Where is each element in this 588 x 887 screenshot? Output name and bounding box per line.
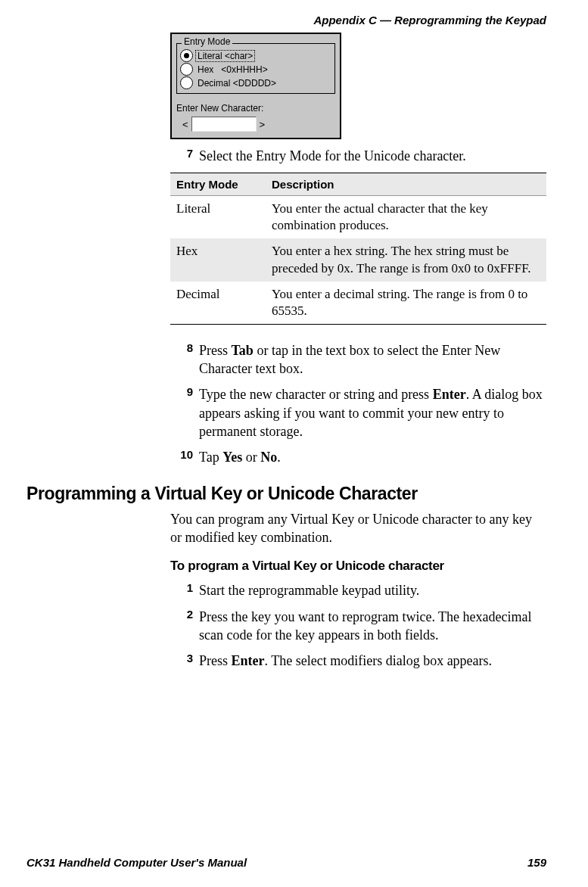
table-header-mode: Entry Mode (170, 173, 266, 196)
table-row: Hex You enter a hex string. The hex stri… (170, 238, 546, 281)
entry-mode-dialog: Entry Mode Literal <char> Hex <0xHHHH> D… (170, 33, 341, 139)
table-cell-mode: Literal (170, 196, 266, 239)
step-8: 8 Press Tab or tap in the text box to se… (170, 341, 546, 378)
step-text: Tap Yes or No. (199, 448, 546, 466)
radio-hex-text: Hex (198, 64, 213, 75)
radio-hex-row[interactable]: Hex <0xHHHH> (180, 63, 331, 76)
bold-enter: Enter (433, 387, 466, 402)
table-row: Decimal You enter a decimal string. The … (170, 282, 546, 325)
entry-mode-group: Entry Mode Literal <char> Hex <0xHHHH> D… (176, 43, 335, 94)
t: Type the new character or string and pre… (199, 387, 433, 402)
lt-symbol: < (182, 119, 188, 130)
step-3: 3 Press Enter. The select modifiers dial… (170, 652, 546, 670)
t: Press (199, 653, 232, 668)
radio-hex[interactable] (180, 63, 193, 76)
table-row: Literal You enter the actual character t… (170, 196, 546, 239)
table-cell-desc: You enter the actual character that the … (266, 196, 546, 239)
table-cell-desc: You enter a decimal string. The range is… (266, 282, 546, 325)
groupbox-legend: Entry Mode (182, 36, 232, 47)
radio-literal-row[interactable]: Literal <char> (180, 49, 331, 62)
step-text: Start the reprogrammable keypad utility. (199, 581, 546, 599)
bold-tab: Tab (232, 343, 254, 358)
radio-hex-format: <0xHHHH> (221, 64, 267, 75)
step-text: Type the new character or string and pre… (199, 385, 546, 440)
bold-yes: Yes (222, 450, 242, 465)
t: or (242, 450, 260, 465)
page-header: Appendix C — Reprogramming the Keypad (0, 0, 588, 26)
footer-left: CK31 Handheld Computer User's Manual (26, 856, 247, 869)
step-number: 3 (170, 652, 199, 670)
radio-hex-label: Hex <0xHHHH> (196, 64, 269, 75)
step-text: Press Enter. The select modifiers dialog… (199, 652, 546, 670)
table-cell-desc: You enter a hex string. The hex string m… (266, 238, 546, 281)
radio-literal[interactable] (180, 49, 193, 62)
table-cell-mode: Hex (170, 238, 266, 281)
table-cell-mode: Decimal (170, 282, 266, 325)
entry-mode-table: Entry Mode Description Literal You enter… (170, 173, 546, 325)
section-heading: Programming a Virtual Key or Unicode Cha… (26, 484, 546, 504)
step-text: Press the key you want to reprogram twic… (199, 608, 546, 645)
char-input[interactable] (191, 117, 257, 132)
step-number: 9 (170, 385, 199, 440)
radio-decimal-label: Decimal <DDDDD> (196, 78, 278, 89)
step-number: 8 (170, 341, 199, 378)
step-number: 10 (170, 448, 199, 466)
section-body: You can program any Virtual Key or Unico… (170, 510, 546, 547)
step-2: 2 Press the key you want to reprogram tw… (170, 608, 546, 645)
t: . (277, 450, 281, 465)
step-number: 7 (170, 147, 199, 165)
step-10: 10 Tap Yes or No. (170, 448, 546, 466)
radio-decimal-row[interactable]: Decimal <DDDDD> (180, 76, 331, 89)
t: . The select modifiers dialog box appear… (265, 653, 493, 668)
radio-literal-label: Literal <char> (196, 51, 254, 61)
step-1: 1 Start the reprogrammable keypad utilit… (170, 581, 546, 599)
char-input-row: < > (176, 117, 335, 132)
radio-decimal[interactable] (180, 76, 193, 89)
page-footer: CK31 Handheld Computer User's Manual 159 (26, 856, 546, 869)
step-number: 2 (170, 608, 199, 645)
sub-heading: To program a Virtual Key or Unicode char… (170, 559, 546, 574)
footer-page-number: 159 (527, 856, 546, 869)
bold-enter: Enter (232, 653, 265, 668)
t: Tap (199, 450, 222, 465)
gt-symbol: > (260, 119, 266, 130)
enter-new-label: Enter New Character: (176, 103, 335, 114)
bold-no: No (260, 450, 277, 465)
step-number: 1 (170, 581, 199, 599)
table-header-desc: Description (266, 173, 546, 196)
step-text: Press Tab or tap in the text box to sele… (199, 341, 546, 378)
step-9: 9 Type the new character or string and p… (170, 385, 546, 440)
step-text: Select the Entry Mode for the Unicode ch… (199, 147, 546, 165)
t: Press (199, 343, 232, 358)
step-7: 7 Select the Entry Mode for the Unicode … (170, 147, 546, 165)
